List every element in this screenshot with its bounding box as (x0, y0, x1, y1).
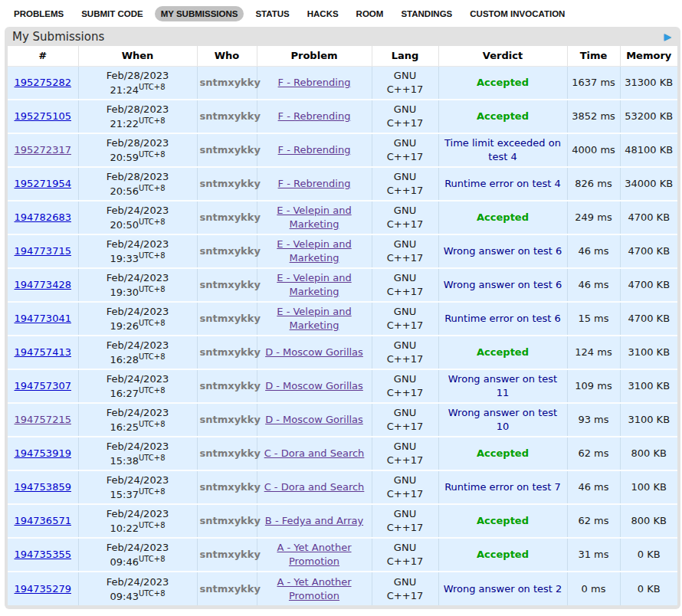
user-link[interactable]: sntmxykky (200, 211, 261, 223)
submission-id-link[interactable]: 194757307 (15, 380, 71, 392)
user-link[interactable]: sntmxykky (200, 380, 261, 392)
submission-time: 93 ms (567, 403, 620, 437)
submission-when: Feb/24/2023 15:38UTC+8 (78, 437, 197, 470)
submission-time: 249 ms (567, 201, 620, 234)
user-link[interactable]: sntmxykky (200, 110, 261, 122)
submission-when: Feb/28/2023 21:22UTC+8 (78, 100, 197, 133)
page-title: My Submissions (12, 30, 104, 44)
problem-link[interactable]: D - Moscow Gorillas (265, 380, 363, 392)
submission-time: 46 ms (567, 470, 620, 504)
problem-link[interactable]: C - Dora and Search (264, 447, 365, 459)
submission-time: 62 ms (567, 504, 620, 538)
submission-lang: GNU C++17 (372, 369, 438, 403)
user-link[interactable]: sntmxykky (200, 583, 261, 595)
submission-verdict: Wrong answer on test 10 (438, 403, 567, 437)
problem-link[interactable]: A - Yet Another Promotion (277, 576, 351, 601)
submission-row: 194736571 Feb/24/2023 10:22UTC+8 sntmxyk… (8, 504, 677, 538)
submission-id-link[interactable]: 194773041 (15, 313, 71, 324)
submission-when: Feb/24/2023 16:28UTC+8 (78, 336, 197, 369)
submission-verdict: Wrong answer on test 2 (438, 572, 567, 605)
submission-time: 826 ms (567, 167, 620, 201)
nav-tab-custom-invocation[interactable]: Custom Invocation (464, 6, 571, 21)
user-link[interactable]: sntmxykky (200, 245, 261, 257)
column-header-lang: Lang (372, 46, 438, 66)
problem-link[interactable]: D - Moscow Gorillas (265, 346, 363, 358)
submission-time: 31 ms (567, 538, 620, 572)
submission-id-link[interactable]: 194757413 (15, 346, 71, 358)
submission-id-link[interactable]: 194773428 (15, 279, 71, 290)
user-link[interactable]: sntmxykky (200, 447, 261, 459)
submission-when: Feb/24/2023 19:33UTC+8 (78, 234, 197, 268)
user-link[interactable]: sntmxykky (200, 178, 261, 189)
submission-verdict: Runtime error on test 6 (438, 302, 567, 336)
user-link[interactable]: sntmxykky (200, 77, 261, 88)
submission-verdict: Time limit exceeded on test 4 (438, 133, 567, 167)
submission-verdict: Runtime error on test 4 (438, 167, 567, 201)
submission-lang: GNU C++17 (372, 302, 438, 336)
submission-id-link[interactable]: 194757215 (15, 414, 71, 425)
submission-row: 194753919 Feb/24/2023 15:38UTC+8 sntmxyk… (8, 437, 677, 470)
submission-verdict: Wrong answer on test 11 (438, 369, 567, 403)
nav-tab-status[interactable]: Status (249, 6, 295, 21)
problem-link[interactable]: A - Yet Another Promotion (277, 542, 351, 567)
problem-link[interactable]: F - Rebrending (278, 144, 351, 156)
submission-id-link[interactable]: 194753919 (15, 447, 71, 459)
submission-verdict: Accepted (438, 336, 567, 369)
submission-lang: GNU C++17 (372, 336, 438, 369)
submission-id-link[interactable]: 194736571 (15, 515, 71, 526)
nav-tab-submit-code[interactable]: Submit Code (75, 6, 149, 21)
submission-memory: 34000 KB (620, 167, 677, 201)
submission-id-link[interactable]: 194773715 (15, 245, 71, 257)
problem-link[interactable]: F - Rebrending (278, 110, 351, 122)
user-link[interactable]: sntmxykky (200, 279, 261, 290)
submission-id-link[interactable]: 194735355 (15, 549, 71, 560)
nav-tab-room[interactable]: Room (350, 6, 390, 21)
submission-id-link[interactable]: 194735279 (15, 583, 71, 595)
submission-id-link[interactable]: 195271954 (15, 178, 71, 189)
nav-tab-problems[interactable]: Problems (8, 6, 70, 21)
user-link[interactable]: sntmxykky (200, 313, 261, 324)
submission-memory: 4700 KB (620, 201, 677, 234)
nav-tab-hacks[interactable]: Hacks (301, 6, 345, 21)
nav-tab-my-submissions[interactable]: My Submissions (155, 6, 244, 21)
problem-link[interactable]: F - Rebrending (278, 77, 351, 88)
submission-id-link[interactable]: 195272317 (15, 144, 71, 156)
submission-verdict: Accepted (438, 504, 567, 538)
user-link[interactable]: sntmxykky (200, 515, 261, 526)
submission-lang: GNU C++17 (372, 470, 438, 504)
submission-lang: GNU C++17 (372, 234, 438, 268)
problem-link[interactable]: E - Velepin and Marketing (277, 238, 351, 264)
submission-memory: 3100 KB (620, 336, 677, 369)
submission-memory: 48100 KB (620, 133, 677, 167)
problem-link[interactable]: B - Fedya and Array (265, 515, 363, 526)
submission-row: 194773428 Feb/24/2023 19:30UTC+8 sntmxyk… (8, 268, 677, 302)
user-link[interactable]: sntmxykky (200, 481, 261, 493)
problem-link[interactable]: C - Dora and Search (264, 481, 365, 493)
submission-time: 0 ms (567, 572, 620, 605)
problem-link[interactable]: F - Rebrending (278, 178, 351, 189)
submission-row: 194773041 Feb/24/2023 19:26UTC+8 sntmxyk… (8, 302, 677, 336)
user-link[interactable]: sntmxykky (200, 144, 261, 156)
submission-id-link[interactable]: 195275105 (15, 110, 71, 122)
user-link[interactable]: sntmxykky (200, 549, 261, 560)
problem-link[interactable]: E - Velepin and Marketing (277, 272, 351, 297)
submission-id-link[interactable]: 194753859 (15, 481, 71, 493)
problem-link[interactable]: E - Velepin and Marketing (277, 205, 351, 230)
submission-id-link[interactable]: 195275282 (15, 77, 71, 88)
submission-when: Feb/28/2023 20:59UTC+8 (78, 133, 197, 167)
submission-time: 4000 ms (567, 133, 620, 167)
submission-when: Feb/24/2023 10:22UTC+8 (78, 504, 197, 538)
nav-tab-standings[interactable]: Standings (395, 6, 458, 21)
submission-time: 1637 ms (567, 66, 620, 100)
submission-time: 3852 ms (567, 100, 620, 133)
submission-memory: 4700 KB (620, 268, 677, 302)
problem-link[interactable]: E - Velepin and Marketing (277, 306, 351, 331)
problem-link[interactable]: D - Moscow Gorillas (265, 414, 363, 425)
submission-id-link[interactable]: 194782683 (15, 211, 71, 223)
user-link[interactable]: sntmxykky (200, 414, 261, 425)
user-link[interactable]: sntmxykky (200, 346, 261, 358)
submission-lang: GNU C++17 (372, 504, 438, 538)
play-triangle-icon[interactable]: ▶ (664, 31, 671, 42)
submission-memory: 31300 KB (620, 66, 677, 100)
submission-lang: GNU C++17 (372, 100, 438, 133)
